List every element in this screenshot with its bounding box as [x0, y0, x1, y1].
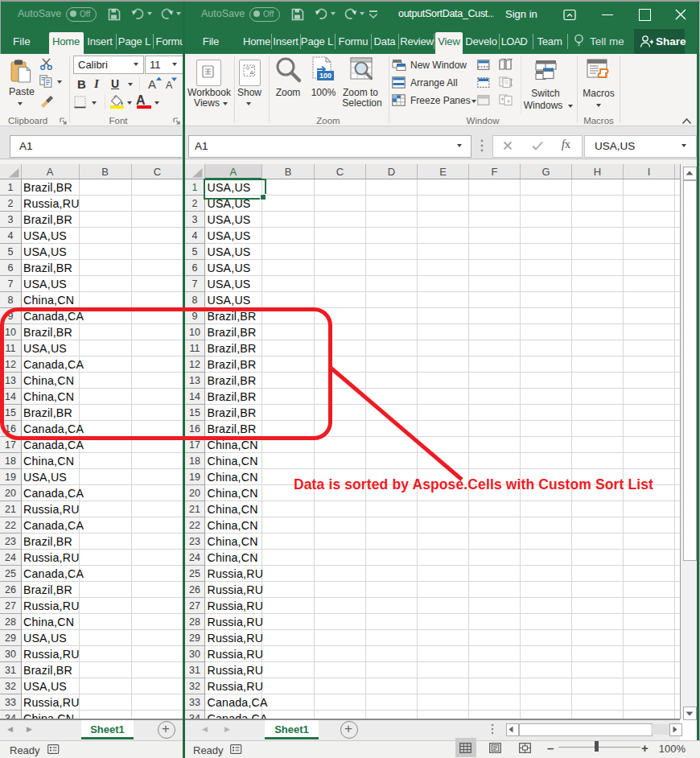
svg-text:Data is sorted by Aspose.Cells: Data is sorted by Aspose.Cells with Cust…	[294, 476, 653, 492]
